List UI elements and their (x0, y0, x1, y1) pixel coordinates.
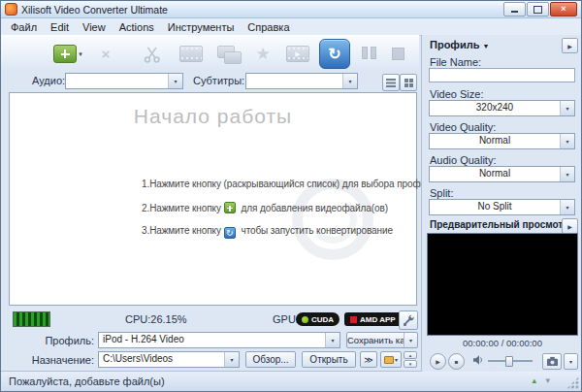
plus-icon (61, 49, 70, 58)
dropdown-arrow-icon: ▾ (569, 358, 572, 365)
amd-app-badge: AMD APP (344, 312, 402, 326)
pause-button[interactable] (356, 41, 381, 67)
preview-screen (427, 233, 578, 336)
gpu-label: GPU: (273, 313, 299, 325)
slider-thumb[interactable] (505, 356, 513, 367)
effects-button[interactable]: ★ (249, 41, 276, 67)
step2-post: для добавления видеофайла(ов) (239, 203, 388, 213)
menu-view[interactable]: View (76, 20, 113, 34)
open-label: Открыть (309, 354, 347, 365)
wrench-icon (403, 314, 415, 327)
play-button[interactable]: ▶ (430, 353, 446, 370)
audio-value (66, 74, 168, 88)
step1-pre: 1.Нажмите кнопку (142, 179, 221, 189)
volume-slider[interactable] (488, 355, 533, 366)
save-as-dropdown-icon[interactable]: ▾ (404, 333, 417, 347)
browse-button[interactable]: Обзор... (245, 351, 296, 368)
speaker-icon[interactable] (472, 354, 484, 366)
dropdown-arrow-icon: ▾ (224, 352, 239, 367)
panel-toggle-up-button[interactable]: ▴ (404, 351, 417, 359)
save-as-label: Сохранить как... (347, 335, 404, 345)
nvidia-cuda-badge: CUDA (296, 312, 340, 326)
video-size-select[interactable]: 320x240 ▾ (429, 100, 575, 116)
convert-button[interactable]: ↻ (319, 39, 350, 69)
destination-label: Назначение: (28, 354, 94, 366)
stop-playback-button[interactable]: ■ (448, 353, 465, 370)
menu-edit[interactable]: Edit (44, 20, 76, 34)
add-file-icon (53, 45, 77, 63)
settings-button[interactable] (399, 310, 418, 330)
profile-caret-icon: ▼ (482, 43, 489, 49)
menu-tools[interactable]: Инструменты (161, 20, 242, 34)
subtitles-label: Субтитры: (193, 75, 244, 86)
browse-label: Обзор... (252, 354, 288, 365)
menu-help[interactable]: Справка (241, 20, 296, 34)
subtitles-select[interactable]: ▾ (245, 73, 358, 89)
resize-grip[interactable] (566, 376, 579, 389)
split-select[interactable]: No Split ▾ (429, 199, 575, 215)
step3-post: чтобы запустить конвертирование (239, 225, 393, 236)
file-name-input[interactable] (429, 68, 575, 82)
stop-icon (392, 48, 404, 60)
split-label: Split: (430, 187, 453, 199)
status-up-icon: ▴ (532, 376, 536, 385)
delete-button[interactable]: × (92, 41, 119, 67)
profile-header-label: Профиль (430, 39, 479, 50)
menu-file[interactable]: Файл (4, 20, 44, 34)
maximize-icon (534, 6, 542, 14)
audio-select[interactable]: ▾ (65, 73, 183, 89)
maximize-button[interactable] (527, 2, 549, 16)
dropdown-arrow-icon: ▾ (560, 167, 574, 181)
toolbar: ▾ × ★ ▶ ↻ (1, 35, 419, 72)
step-2: 2.Нажмите кнопку для добавления видеофай… (142, 202, 388, 213)
dropdown-arrow-icon: ▾ (79, 50, 82, 58)
pause-icon (360, 47, 377, 61)
destination-select[interactable]: C:\Users\Videos ▾ (98, 351, 240, 368)
dropdown-arrow-icon: ▾ (560, 101, 574, 115)
filter-bar: Аудио: ▾ Субтитры: ▾ (1, 71, 419, 92)
stop-button[interactable] (385, 41, 410, 67)
panel-expand-button[interactable]: ▶ (562, 38, 578, 53)
output-folder-button[interactable]: ▾ (380, 351, 402, 368)
preview-expand-button[interactable]: ▶ (562, 218, 578, 234)
star-icon: ★ (255, 44, 270, 64)
more-options-button[interactable]: ≫ (360, 351, 377, 368)
double-arrow-icon: ≫ (364, 355, 372, 365)
folder-icon (384, 356, 394, 364)
subtitles-value (246, 74, 342, 88)
down-arrow-icon: ▾ (409, 361, 412, 367)
audio-quality-select[interactable]: Normal ▾ (429, 166, 575, 182)
minimize-button[interactable] (503, 2, 526, 16)
cuda-label: CUDA (311, 315, 334, 324)
app-window: Xilisoft Video Converter Ultimate × Файл… (0, 0, 582, 392)
destination-value: C:\Users\Videos (99, 352, 224, 367)
menu-actions[interactable]: Actions (113, 20, 161, 34)
close-button[interactable]: × (550, 2, 577, 16)
profile-select[interactable]: iPod - H.264 Video ▾ (98, 332, 340, 348)
dropdown-arrow-icon: ▾ (560, 200, 574, 214)
clip-button[interactable] (139, 41, 166, 67)
open-button[interactable]: Открыть (302, 351, 356, 368)
scissors-icon (143, 45, 162, 64)
status-bar: Пожалуйста, добавьте файл(ы) ▴ ▾ (1, 371, 581, 391)
grid-view-button[interactable] (400, 74, 417, 91)
capture-options-button[interactable]: ▾ (564, 353, 578, 370)
step-3: 3.Нажмите кнопку↻ чтобы запустить конвер… (142, 225, 393, 239)
snapshot-button[interactable]: ▶ (284, 41, 311, 67)
crop-button[interactable] (178, 41, 205, 67)
panel-toggle-down-button[interactable]: ▾ (404, 360, 417, 368)
add-file-button[interactable]: ▾ (49, 41, 86, 67)
panel-toggle-buttons: ▴ ▾ (404, 351, 417, 369)
stop-icon: ■ (455, 359, 459, 365)
merge-button[interactable] (214, 41, 243, 67)
video-quality-select[interactable]: Normal ▾ (429, 133, 575, 149)
camera-icon (546, 356, 559, 367)
save-as-button[interactable]: Сохранить как... ▾ (346, 332, 418, 348)
profile-panel-header[interactable]: Профиль▼ (430, 39, 489, 50)
minimize-icon (511, 11, 518, 13)
up-arrow-icon: ▴ (409, 352, 412, 358)
snapshot-capture-button[interactable] (542, 353, 562, 370)
list-view-button[interactable] (382, 74, 400, 91)
expand-icon: ▶ (567, 43, 572, 49)
amd-label: AMD APP (360, 315, 396, 324)
